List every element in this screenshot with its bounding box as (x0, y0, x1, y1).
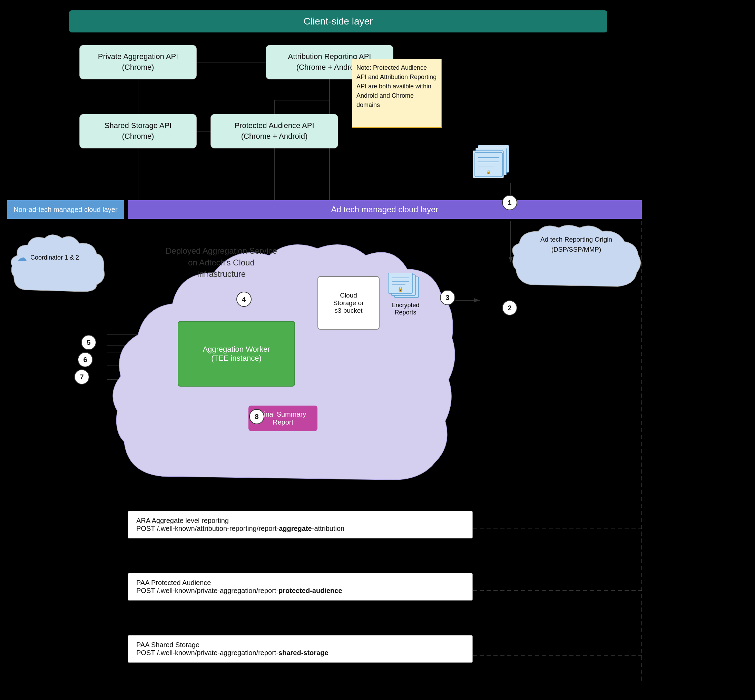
box1-bold: aggregate (279, 525, 312, 532)
non-ad-tech-label: Non-ad-tech managed cloud layer (14, 206, 117, 214)
adtech-origin-text: Ad tech Reporting Origin(DSP/SSP/MMP) (521, 235, 632, 255)
encrypted-reports-mid: 🔒 EncryptedReports (379, 273, 431, 316)
badge-5: 5 (81, 335, 96, 350)
box2-bold: protected-audience (278, 587, 342, 594)
private-agg-label: Private Aggregation API(Chrome) (98, 52, 178, 73)
report-stack-top: 🔒 (473, 145, 514, 180)
aggregation-worker-box: Aggregation Worker(TEE instance) (178, 321, 295, 387)
bottom-box-paa-pa: PAA Protected Audience POST /.well-known… (128, 573, 473, 601)
encrypted-reports-mid-label: EncryptedReports (379, 302, 431, 316)
non-ad-tech-banner: Non-ad-tech managed cloud layer (7, 200, 124, 219)
badge-3: 3 (440, 290, 455, 305)
coordinator-cloud-svg (7, 228, 107, 304)
box2-line1: PAA Protected Audience (136, 579, 464, 587)
ad-tech-label: Ad tech managed cloud layer (331, 205, 438, 214)
badge-7: 7 (74, 369, 89, 384)
box1-line2: POST /.well-known/attribution-reporting/… (136, 525, 464, 533)
note-box: Note: Protected Audience API and Attribu… (352, 59, 442, 128)
adtech-origin-cloud: Ad tech Reporting Origin(DSP/SSP/MMP) (511, 224, 642, 294)
bottom-box-paa-ss: PAA Shared Storage POST /.well-known/pri… (128, 635, 473, 663)
client-side-label: Client-side layer (304, 16, 373, 27)
encrypted-reports-top-label: EncryptedReports (466, 181, 521, 197)
shared-storage-api-box: Shared Storage API(Chrome) (80, 114, 197, 148)
coordinator-cloud-icon: ☁ (17, 252, 27, 263)
deployed-title: Deployed Aggregation Serviceon Adtech's … (165, 245, 277, 280)
cloud-storage-box: CloudStorage ors3 bucket (317, 276, 379, 330)
protected-audience-api-box: Protected Audience API(Chrome + Android) (211, 114, 338, 148)
encrypted-report-stack-svg: 🔒 (388, 273, 423, 300)
badge-4: 4 (236, 292, 251, 307)
cloud-storage-label: CloudStorage ors3 bucket (333, 292, 364, 314)
ad-tech-banner: Ad tech managed cloud layer (128, 200, 642, 219)
badge-6: 6 (78, 352, 93, 367)
protected-audience-label: Protected Audience API(Chrome + Android) (234, 120, 314, 142)
box2-pre: POST /.well-known/private-aggregation/re… (136, 587, 278, 594)
encrypted-reports-top: 🔒 EncryptedReports (466, 145, 521, 197)
svg-text:🔒: 🔒 (486, 169, 491, 174)
client-side-layer-bar: Client-side layer (69, 10, 607, 33)
box1-line1: ARA Aggregate level reporting (136, 517, 464, 525)
box2-line2: POST /.well-known/private-aggregation/re… (136, 587, 464, 595)
private-aggregation-api-box: Private Aggregation API(Chrome) (80, 45, 197, 80)
coordinator-content: ☁ Coordinator 1 & 2 (17, 252, 79, 263)
badge-8: 8 (249, 409, 264, 424)
badge-2: 2 (502, 300, 517, 316)
shared-storage-label: Shared Storage API(Chrome) (105, 120, 172, 142)
box3-bold: shared-storage (278, 649, 329, 656)
report-page-3: 🔒 (473, 150, 504, 178)
box3-pre: POST /.well-known/private-aggregation/re… (136, 649, 278, 656)
coordinator-cloud: ☁ Coordinator 1 & 2 (7, 228, 107, 304)
badge-1: 1 (502, 195, 517, 210)
box1-pre: POST /.well-known/attribution-reporting/… (136, 525, 279, 532)
diagram-container: Client-side layer Private Aggregation AP… (0, 0, 755, 700)
aggregation-worker-label: Aggregation Worker(TEE instance) (203, 345, 270, 363)
box3-line1: PAA Shared Storage (136, 641, 464, 649)
box1-post: -attribution (312, 525, 345, 532)
svg-text:🔒: 🔒 (398, 286, 404, 292)
main-cloud: Deployed Aggregation Serviceon Adtech's … (111, 217, 455, 494)
report-stack-mid: 🔒 (388, 273, 423, 300)
note-text: Note: Protected Audience API and Attribu… (356, 64, 437, 108)
coordinator-label: Coordinator 1 & 2 (30, 254, 79, 261)
box3-line2: POST /.well-known/private-aggregation/re… (136, 649, 464, 657)
final-summary-label: Final SummaryReport (260, 410, 306, 426)
bottom-box-ara: ARA Aggregate level reporting POST /.wel… (128, 511, 473, 539)
